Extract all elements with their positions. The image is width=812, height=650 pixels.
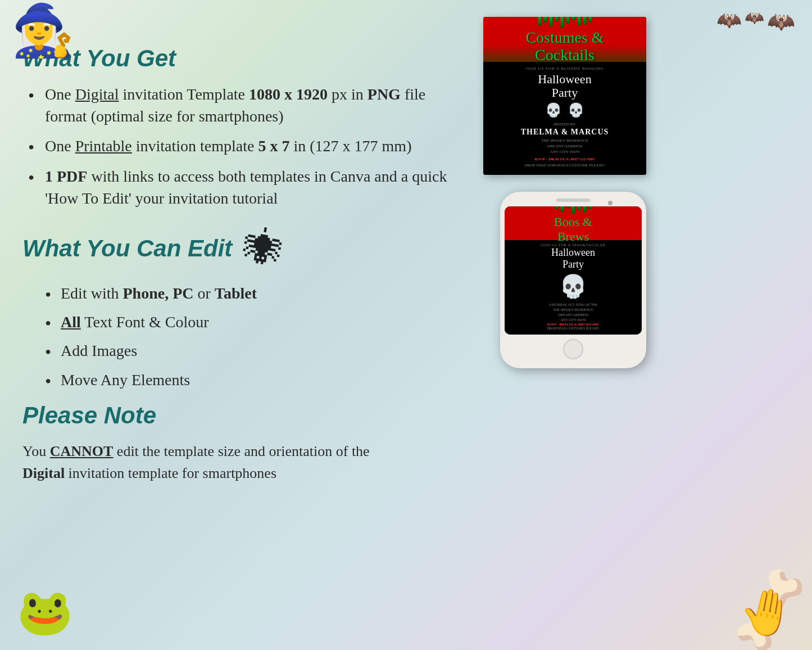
boos-body: JOIN US FOR A SPOOKTACULAR Halloween Par…: [505, 240, 642, 335]
list-item-pdf: 1 PDF with links to access both template…: [28, 165, 461, 209]
toad-icon: 🐸: [17, 586, 73, 639]
phone-home-button: [563, 339, 583, 359]
card-subtitle: JOIN US FOR A BLOODY BOOZING: [490, 66, 639, 71]
all-text: All: [61, 313, 81, 331]
boos-header: Boos & Brews: [505, 206, 642, 240]
bat-icon-3: 🦇: [767, 8, 795, 35]
png-text: PNG: [368, 85, 401, 103]
digital-text: Digital: [75, 85, 119, 103]
left-content: What You Get One Digital invitation Temp…: [22, 11, 461, 484]
hand-decoration: 🤚: [735, 581, 800, 643]
card-rsvp: RSVP – DRACULA: 8017-123-4567: [490, 157, 639, 161]
please-note-text: You CANNOT edit the template size and or…: [22, 440, 405, 484]
drips-decoration: [525, 17, 604, 29]
boos-title: Boos & Brews: [554, 215, 592, 244]
phone-speaker: [556, 198, 590, 202]
spider-icon: 🕷: [240, 223, 287, 274]
what-you-can-edit-heading: What You Can Edit: [22, 235, 232, 262]
printable-text: Printable: [75, 137, 132, 155]
cannot-text: CANNOT: [50, 443, 114, 459]
card-title: Costumes & Cocktails: [525, 29, 604, 62]
pdf-text: 1 PDF: [45, 168, 87, 185]
what-you-can-edit-list: Edit with Phone, PC or Tablet All Text F…: [22, 282, 461, 391]
list-item-elements: Move Any Elements: [45, 369, 461, 391]
list-item-devices: Edit with Phone, PC or Tablet: [45, 282, 461, 304]
main-container: What You Get One Digital invitation Temp…: [0, 0, 812, 495]
card-main-title: Halloween Party: [490, 73, 639, 100]
card-body: JOIN US FOR A BLOODY BOOZING Halloween P…: [483, 62, 646, 175]
right-content: Costumes & Cocktails JOIN US FOR A BLOOD…: [483, 11, 663, 484]
phone-screen: Boos & Brews JOIN US FOR A SPOOKTACULAR …: [505, 206, 642, 335]
printable-card: Costumes & Cocktails JOIN US FOR A BLOOD…: [483, 17, 646, 175]
host-names: THELMA & MARCUS: [490, 128, 639, 137]
bats-decoration: 🦇 🦇 🦇: [716, 8, 795, 35]
size-text: 1080 x 1920: [249, 85, 328, 103]
card-footer: DROP THAT GORGEOUS COSTUME PLEASE!: [490, 163, 639, 169]
tablet-text: Tablet: [215, 285, 257, 302]
boos-date: SATURDAY, OCT 30TH | AT 7PM: [510, 303, 636, 308]
digital-note-text: Digital: [22, 465, 65, 481]
boos-drips: [554, 206, 592, 215]
devices-text: Phone, PC: [123, 285, 193, 302]
list-item-images: Add Images: [45, 340, 461, 362]
boos-footer: DROP DEAD COSTUMES PLEASE!: [510, 326, 636, 331]
witch-icon: 🧙‍♀️: [11, 6, 74, 56]
hosted-by-label: HOSTED BY: [490, 122, 639, 127]
skeleton-icon-left: 💀: [545, 102, 562, 118]
list-item-text-font: All Text Font & Colour: [45, 311, 461, 333]
list-item-digital: One Digital invitation Template 1080 x 1…: [28, 83, 461, 127]
what-you-get-heading: What You Get: [22, 45, 461, 72]
what-you-get-list: One Digital invitation Template 1080 x 1…: [22, 83, 461, 209]
boos-main-title: Halloween Party: [510, 247, 636, 270]
bat-icon-1: 🦇: [716, 8, 742, 35]
card-address: THE SPOOKY RESIDENCE 2468 ANY ADDRESS AN…: [490, 138, 639, 155]
boos-address: THE SPOOKY RESIDENCE 2468 ANY ADDRESS AN…: [510, 308, 636, 323]
list-item-printable: One Printable invitation template 5 x 7 …: [28, 135, 461, 157]
skeleton-area: 💀 💀: [490, 100, 639, 121]
phone-camera: [608, 201, 613, 205]
skeleton-icon-right: 💀: [568, 102, 584, 118]
what-you-can-edit-section: What You Can Edit 🕷: [22, 226, 461, 271]
skull-icon: 💀: [510, 270, 636, 303]
size-5x7: 5 x 7: [258, 137, 289, 155]
phone-mockup: Boos & Brews JOIN US FOR A SPOOKTACULAR …: [500, 192, 646, 368]
bat-icon-2: 🦇: [745, 8, 764, 35]
card-header: Costumes & Cocktails: [483, 17, 646, 62]
please-note-heading: Please Note: [22, 402, 461, 429]
